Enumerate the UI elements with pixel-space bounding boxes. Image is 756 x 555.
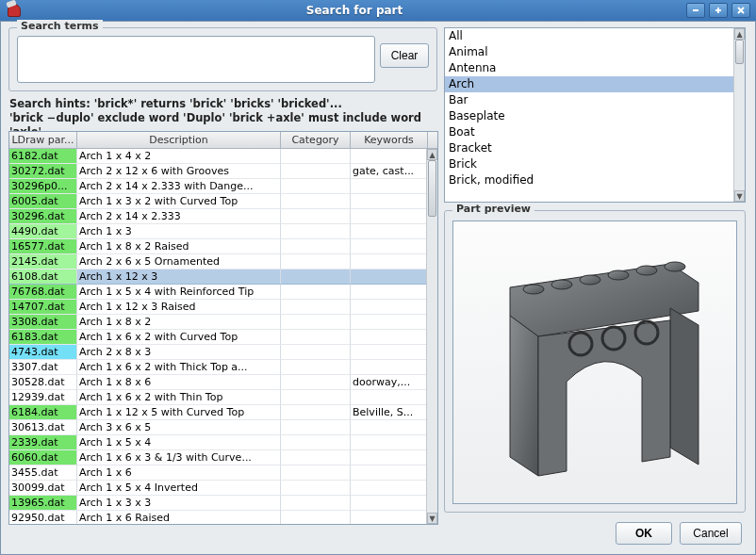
table-row[interactable]: 3307.datArch 1 x 6 x 2 with Thick Top a.… [9,360,428,375]
table-cell: 92950.dat [9,511,77,524]
category-item[interactable]: Brick [445,156,733,172]
table-cell: 13965.dat [9,496,77,511]
table-row[interactable]: 12939.datArch 1 x 6 x 2 with Thin Top [9,390,428,405]
arch-part-icon [477,231,713,495]
table-row[interactable]: 16577.datArch 1 x 8 x 2 Raised [9,239,428,254]
table-cell: Arch 2 x 12 x 6 with Grooves [77,164,281,179]
category-item[interactable]: Animal [445,44,733,60]
table-cell [281,481,351,496]
svg-point-0 [523,285,544,294]
table-cell: Arch 1 x 6 x 2 with Thin Top [77,390,281,405]
table-row[interactable]: 2339.datArch 1 x 5 x 4 [9,435,428,450]
col-ldraw[interactable]: LDraw par... [9,132,77,148]
table-cell: Arch 1 x 4 x 2 [77,149,281,164]
table-cell [351,481,428,496]
table-cell [281,345,351,360]
clear-button[interactable]: Clear [380,43,429,68]
table-cell: Arch 1 x 8 x 2 [77,315,281,330]
svg-point-3 [608,270,629,280]
table-row[interactable]: 92950.datArch 1 x 6 Raised [9,511,428,524]
maximize-button[interactable] [709,3,728,18]
category-item[interactable]: Brick, modified [445,172,733,188]
category-list: AllAnimalAntennaArchBarBaseplateBoatBrac… [444,27,746,203]
close-button[interactable] [731,3,750,18]
search-input[interactable] [17,36,375,83]
cancel-button[interactable]: Cancel [680,522,742,545]
col-category[interactable]: Category [281,132,351,148]
table-row[interactable]: 3308.datArch 1 x 8 x 2 [9,315,428,330]
table-cell: 30528.dat [9,375,77,390]
col-description[interactable]: Description [77,132,281,148]
table-cell: 30272.dat [9,164,77,179]
table-cell [281,420,351,435]
part-preview-label: Part preview [452,203,534,215]
table-row[interactable]: 30296p0...Arch 2 x 14 x 2.333 with Dange… [9,179,428,194]
table-cell: Arch 1 x 12 x 5 with Curved Top [77,405,281,420]
table-cell [281,269,351,285]
table-row[interactable]: 2145.datArch 2 x 6 x 5 Ornamented [9,254,428,269]
category-item[interactable]: Bar [445,92,733,108]
search-hints-line1: Search hints: 'brick*' returns 'brick' '… [9,97,438,111]
scroll-up-icon[interactable]: ▲ [427,149,437,160]
table-row[interactable]: 4490.datArch 1 x 3 [9,224,428,239]
category-item[interactable]: All [445,28,733,44]
scroll-thumb[interactable] [735,40,744,64]
table-row[interactable]: 14707.datArch 1 x 12 x 3 Raised [9,300,428,315]
table-cell: Arch 1 x 12 x 3 Raised [77,300,281,315]
table-cell [281,254,351,269]
table-cell: Arch 1 x 5 x 4 [77,435,281,450]
table-row[interactable]: 3455.datArch 1 x 6 [9,465,428,481]
table-cell: Arch 1 x 12 x 3 [77,269,281,285]
table-row[interactable]: 30613.datArch 3 x 6 x 5 [9,420,428,435]
table-row[interactable]: 6005.datArch 1 x 3 x 2 with Curved Top [9,194,428,209]
col-keywords[interactable]: Keywords [351,132,428,148]
table-cell [351,511,428,524]
table-row[interactable]: 30528.datArch 1 x 8 x 6doorway,... [9,375,428,390]
table-row[interactable]: 6060.datArch 1 x 6 x 3 & 1/3 with Curve.… [9,450,428,465]
table-row[interactable]: 30099.datArch 1 x 5 x 4 Inverted [9,481,428,496]
scroll-down-icon[interactable]: ▼ [427,513,437,524]
scroll-down-icon[interactable]: ▼ [734,190,745,202]
minimize-button[interactable] [686,3,705,18]
category-item[interactable]: Arch [445,76,733,92]
dialog-body: Search terms Clear Search hints: 'brick*… [0,21,756,555]
table-row[interactable]: 4743.datArch 2 x 8 x 3 [9,345,428,360]
table-cell [351,420,428,435]
table-row[interactable]: 30272.datArch 2 x 12 x 6 with Groovesgat… [9,164,428,179]
table-row[interactable]: 6182.datArch 1 x 4 x 2 [9,149,428,164]
category-scrollbar[interactable]: ▲ ▼ [733,28,745,202]
table-cell [281,194,351,209]
table-cell: 30613.dat [9,420,77,435]
category-item[interactable]: Antenna [445,60,733,76]
table-scrollbar[interactable]: ▲ ▼ [426,149,437,524]
scroll-thumb[interactable] [428,160,436,217]
table-cell [351,330,428,345]
table-cell [351,450,428,465]
table-cell [281,390,351,405]
svg-point-1 [551,280,572,289]
table-row[interactable]: 6183.datArch 1 x 6 x 2 with Curved Top [9,330,428,345]
table-cell [351,360,428,375]
scroll-up-icon[interactable]: ▲ [734,28,745,40]
category-item[interactable]: Baseplate [445,108,733,124]
table-cell: Arch 1 x 3 x 2 with Curved Top [77,194,281,209]
table-cell [351,315,428,330]
table-cell: Arch 1 x 6 x 2 with Curved Top [77,330,281,345]
table-row[interactable]: 13965.datArch 1 x 3 x 3 [9,496,428,511]
table-cell: 6060.dat [9,450,77,465]
table-cell: 4490.dat [9,224,77,239]
table-row[interactable]: 76768.datArch 1 x 5 x 4 with Reinforced … [9,285,428,300]
app-icon [4,1,25,20]
table-row[interactable]: 6184.datArch 1 x 12 x 5 with Curved TopB… [9,405,428,420]
table-row[interactable]: 30296.datArch 2 x 14 x 2.333 [9,209,428,224]
category-item[interactable]: Boat [445,124,733,140]
table-cell [351,269,428,285]
table-cell [351,465,428,481]
category-item[interactable]: Bracket [445,140,733,156]
table-row[interactable]: 6108.datArch 1 x 12 x 3 [9,269,428,285]
part-preview-viewport[interactable] [452,220,737,504]
table-cell: 4743.dat [9,345,77,360]
ok-button[interactable]: OK [616,522,672,545]
table-cell: 6108.dat [9,269,77,285]
table-cell [351,435,428,450]
